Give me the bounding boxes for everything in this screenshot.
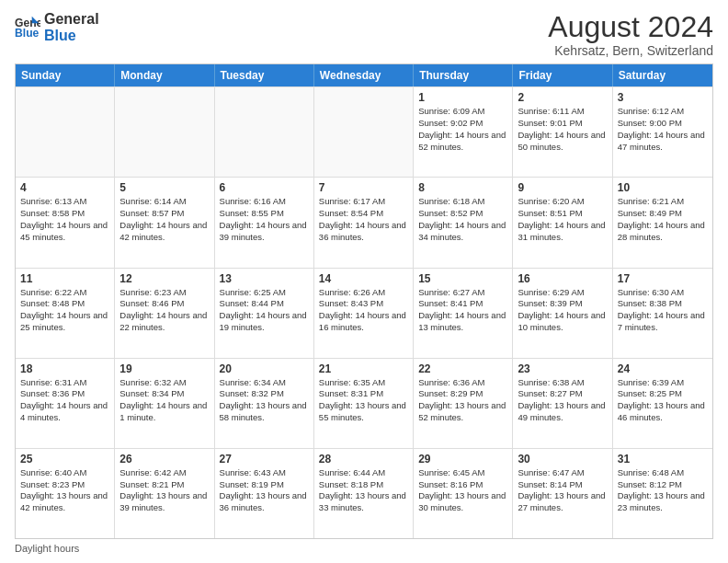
day-info: Sunrise: 6:39 AM Sunset: 8:25 PM Dayligh… <box>618 377 708 424</box>
cal-cell: 20Sunrise: 6:34 AM Sunset: 8:32 PM Dayli… <box>215 359 314 448</box>
day-number: 8 <box>418 181 507 194</box>
calendar: SundayMondayTuesdayWednesdayThursdayFrid… <box>15 63 713 539</box>
cal-cell: 18Sunrise: 6:31 AM Sunset: 8:36 PM Dayli… <box>16 359 115 448</box>
cal-cell: 15Sunrise: 6:27 AM Sunset: 8:41 PM Dayli… <box>414 269 513 358</box>
cal-cell: 22Sunrise: 6:36 AM Sunset: 8:29 PM Dayli… <box>414 359 513 448</box>
day-number: 10 <box>618 181 708 194</box>
day-info: Sunrise: 6:11 AM Sunset: 9:01 PM Dayligh… <box>518 106 607 153</box>
day-number: 21 <box>319 362 408 375</box>
cal-cell: 29Sunrise: 6:45 AM Sunset: 8:16 PM Dayli… <box>414 449 513 538</box>
logo-line1: General <box>44 11 99 28</box>
cal-cell: 1Sunrise: 6:09 AM Sunset: 9:02 PM Daylig… <box>414 87 513 177</box>
cal-cell: 21Sunrise: 6:35 AM Sunset: 8:31 PM Dayli… <box>314 359 414 448</box>
header: General Blue General Blue August 2024 Ke… <box>15 11 713 58</box>
day-number: 1 <box>418 91 507 104</box>
day-number: 4 <box>20 181 109 194</box>
day-info: Sunrise: 6:25 AM Sunset: 8:44 PM Dayligh… <box>220 287 309 334</box>
cal-cell: 24Sunrise: 6:39 AM Sunset: 8:25 PM Dayli… <box>613 359 712 448</box>
title-block: August 2024 Kehrsatz, Bern, Switzerland <box>548 11 713 58</box>
cal-cell: 5Sunrise: 6:14 AM Sunset: 8:57 PM Daylig… <box>115 178 214 267</box>
day-info: Sunrise: 6:42 AM Sunset: 8:21 PM Dayligh… <box>119 467 209 514</box>
logo-icon: General Blue <box>15 15 40 40</box>
cal-cell: 23Sunrise: 6:38 AM Sunset: 8:27 PM Dayli… <box>513 359 612 448</box>
cal-cell <box>215 87 314 177</box>
day-number: 15 <box>418 272 507 285</box>
day-number: 29 <box>418 453 507 465</box>
day-info: Sunrise: 6:29 AM Sunset: 8:39 PM Dayligh… <box>518 287 607 334</box>
day-header-wednesday: Wednesday <box>314 64 414 86</box>
week-row-2: 11Sunrise: 6:22 AM Sunset: 8:48 PM Dayli… <box>16 268 712 358</box>
day-info: Sunrise: 6:26 AM Sunset: 8:43 PM Dayligh… <box>319 287 408 334</box>
svg-text:Blue: Blue <box>15 27 40 40</box>
day-header-sunday: Sunday <box>16 64 115 86</box>
day-info: Sunrise: 6:13 AM Sunset: 8:58 PM Dayligh… <box>20 196 109 243</box>
day-info: Sunrise: 6:20 AM Sunset: 8:51 PM Dayligh… <box>518 196 607 243</box>
day-info: Sunrise: 6:16 AM Sunset: 8:55 PM Dayligh… <box>220 196 309 243</box>
day-number: 26 <box>119 453 209 465</box>
day-info: Sunrise: 6:35 AM Sunset: 8:31 PM Dayligh… <box>319 377 408 424</box>
day-number: 2 <box>518 91 607 104</box>
day-number: 25 <box>20 453 109 465</box>
day-number: 31 <box>618 453 708 465</box>
day-info: Sunrise: 6:23 AM Sunset: 8:46 PM Dayligh… <box>119 287 209 334</box>
cal-cell <box>16 87 115 177</box>
day-number: 19 <box>119 362 209 375</box>
day-info: Sunrise: 6:12 AM Sunset: 9:00 PM Dayligh… <box>618 106 708 153</box>
day-number: 13 <box>220 272 309 285</box>
logo: General Blue General Blue <box>15 11 99 43</box>
day-number: 9 <box>518 181 607 194</box>
day-info: Sunrise: 6:44 AM Sunset: 8:18 PM Dayligh… <box>319 467 408 514</box>
day-info: Sunrise: 6:48 AM Sunset: 8:12 PM Dayligh… <box>618 467 708 514</box>
cal-cell: 17Sunrise: 6:30 AM Sunset: 8:38 PM Dayli… <box>613 269 712 358</box>
cal-cell: 30Sunrise: 6:47 AM Sunset: 8:14 PM Dayli… <box>513 449 612 538</box>
cal-cell: 19Sunrise: 6:32 AM Sunset: 8:34 PM Dayli… <box>115 359 214 448</box>
cal-cell: 6Sunrise: 6:16 AM Sunset: 8:55 PM Daylig… <box>215 178 314 267</box>
day-number: 16 <box>518 272 607 285</box>
cal-cell: 9Sunrise: 6:20 AM Sunset: 8:51 PM Daylig… <box>513 178 612 267</box>
cal-cell: 12Sunrise: 6:23 AM Sunset: 8:46 PM Dayli… <box>115 269 214 358</box>
day-info: Sunrise: 6:09 AM Sunset: 9:02 PM Dayligh… <box>418 106 507 153</box>
logo-line2: Blue <box>44 28 99 44</box>
day-number: 5 <box>119 181 209 194</box>
week-row-4: 25Sunrise: 6:40 AM Sunset: 8:23 PM Dayli… <box>16 448 712 538</box>
cal-cell: 10Sunrise: 6:21 AM Sunset: 8:49 PM Dayli… <box>613 178 712 267</box>
day-number: 7 <box>319 181 408 194</box>
cal-cell: 7Sunrise: 6:17 AM Sunset: 8:54 PM Daylig… <box>314 178 414 267</box>
day-header-saturday: Saturday <box>613 64 712 86</box>
cal-cell: 31Sunrise: 6:48 AM Sunset: 8:12 PM Dayli… <box>613 449 712 538</box>
day-info: Sunrise: 6:36 AM Sunset: 8:29 PM Dayligh… <box>418 377 507 424</box>
day-number: 14 <box>319 272 408 285</box>
cal-cell: 27Sunrise: 6:43 AM Sunset: 8:19 PM Dayli… <box>215 449 314 538</box>
cal-cell: 14Sunrise: 6:26 AM Sunset: 8:43 PM Dayli… <box>314 269 414 358</box>
main-title: August 2024 <box>548 11 713 43</box>
day-info: Sunrise: 6:22 AM Sunset: 8:48 PM Dayligh… <box>20 287 109 334</box>
day-info: Sunrise: 6:27 AM Sunset: 8:41 PM Dayligh… <box>418 287 507 334</box>
cal-cell: 25Sunrise: 6:40 AM Sunset: 8:23 PM Dayli… <box>16 449 115 538</box>
cal-cell: 2Sunrise: 6:11 AM Sunset: 9:01 PM Daylig… <box>513 87 612 177</box>
day-header-thursday: Thursday <box>414 64 513 86</box>
day-number: 3 <box>618 91 708 104</box>
day-info: Sunrise: 6:31 AM Sunset: 8:36 PM Dayligh… <box>20 377 109 424</box>
day-header-friday: Friday <box>513 64 612 86</box>
cal-cell <box>314 87 414 177</box>
day-number: 24 <box>618 362 708 375</box>
day-info: Sunrise: 6:40 AM Sunset: 8:23 PM Dayligh… <box>20 467 109 514</box>
week-row-3: 18Sunrise: 6:31 AM Sunset: 8:36 PM Dayli… <box>16 358 712 448</box>
footer-note: Daylight hours <box>15 539 713 554</box>
day-number: 11 <box>20 272 109 285</box>
day-header-tuesday: Tuesday <box>215 64 314 86</box>
day-number: 22 <box>418 362 507 375</box>
day-number: 17 <box>618 272 708 285</box>
day-info: Sunrise: 6:18 AM Sunset: 8:52 PM Dayligh… <box>418 196 507 243</box>
day-info: Sunrise: 6:47 AM Sunset: 8:14 PM Dayligh… <box>518 467 607 514</box>
day-header-monday: Monday <box>115 64 214 86</box>
cal-cell: 11Sunrise: 6:22 AM Sunset: 8:48 PM Dayli… <box>16 269 115 358</box>
day-number: 20 <box>220 362 309 375</box>
day-number: 18 <box>20 362 109 375</box>
day-info: Sunrise: 6:30 AM Sunset: 8:38 PM Dayligh… <box>618 287 708 334</box>
cal-cell: 16Sunrise: 6:29 AM Sunset: 8:39 PM Dayli… <box>513 269 612 358</box>
day-info: Sunrise: 6:34 AM Sunset: 8:32 PM Dayligh… <box>220 377 309 424</box>
day-info: Sunrise: 6:21 AM Sunset: 8:49 PM Dayligh… <box>618 196 708 243</box>
day-info: Sunrise: 6:14 AM Sunset: 8:57 PM Dayligh… <box>119 196 209 243</box>
calendar-header: SundayMondayTuesdayWednesdayThursdayFrid… <box>16 64 712 86</box>
